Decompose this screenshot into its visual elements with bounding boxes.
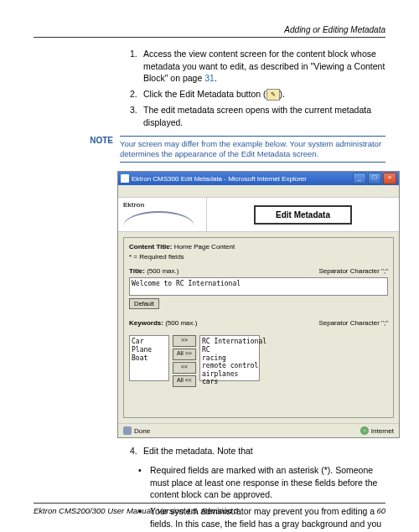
default-button[interactable]: Default: [129, 298, 159, 309]
move-buttons: >> All >> << All <<: [173, 335, 196, 387]
separator-label-2: Separator Character ";": [318, 319, 388, 327]
window-buttons: _ □ ×: [353, 173, 396, 184]
note-label: NOTE: [34, 136, 120, 145]
title-input[interactable]: Welcome to RC International: [129, 277, 388, 296]
bullet-text: Required fields are marked with an aster…: [150, 464, 385, 501]
browser-toolbar: [118, 185, 399, 198]
logo-text: Ektron: [123, 201, 144, 209]
logo-swoosh-icon: [123, 211, 194, 226]
internet-zone-icon: [360, 426, 369, 435]
move-right-button[interactable]: >>: [173, 335, 196, 347]
step-text: Click the Edit Metadata button (✎).: [143, 88, 385, 101]
page-footer: Ektron CMS200/300 User Manual, Version 4…: [34, 503, 385, 515]
page-title: Edit Metadata: [254, 205, 352, 225]
bullet-mark-icon: •: [138, 464, 150, 501]
step-number: 2.: [130, 88, 143, 101]
status-left: Done: [123, 426, 150, 435]
page-link[interactable]: 31: [204, 73, 215, 83]
window-titlebar: Ektron CMS300 Edit Metadata - Microsoft …: [118, 172, 399, 185]
spacer: [129, 387, 388, 412]
bullet-item: • Required fields are marked with an ast…: [138, 464, 385, 501]
step-text: Access the view content screen for the c…: [143, 48, 385, 85]
window-title: Ektron CMS300 Edit Metadata - Microsoft …: [121, 174, 307, 183]
app-header: Ektron Edit Metadata: [118, 198, 399, 232]
bullet-list: • Required fields are marked with an ast…: [34, 464, 385, 532]
status-right: Internet: [360, 426, 394, 435]
step-4-row: 4. Edit the metadata. Note that: [34, 445, 385, 457]
status-done: Done: [134, 427, 150, 435]
separator-label: Separator Character ";": [318, 267, 388, 275]
selected-listbox[interactable]: RC International RC racing remote contro…: [199, 335, 260, 381]
move-left-button[interactable]: <<: [173, 362, 196, 374]
close-button[interactable]: ×: [383, 173, 396, 184]
step-text-a: Access the view content screen for the c…: [143, 49, 385, 83]
step-text: The edit metadata screen opens with the …: [143, 104, 385, 128]
title-text: Ektron CMS300 Edit Metadata - Microsoft …: [132, 175, 307, 183]
step-number: 1.: [130, 48, 143, 85]
step-3: 3. The edit metadata screen opens with t…: [130, 104, 385, 128]
step-4: 4. Edit the metadata. Note that: [130, 445, 385, 457]
required-note: * = Required fields: [129, 253, 388, 261]
keywords-picker: Car Plane Boat >> All >> << All << RC In…: [129, 335, 388, 387]
page-icon: [123, 426, 132, 435]
step-1: 1. Access the view content screen for th…: [130, 48, 385, 85]
step-text-b: ).: [280, 89, 285, 99]
edit-metadata-icon: ✎: [266, 89, 280, 101]
step-2: 2. Click the Edit Metadata button (✎).: [130, 88, 385, 101]
keywords-field-row: Keywords: (500 max.) Separator Character…: [129, 319, 388, 327]
content-panel: Content Title: Home Page Content * = Req…: [123, 237, 394, 418]
step-text-a: Click the Edit Metadata button (: [143, 89, 266, 99]
available-listbox[interactable]: Car Plane Boat: [129, 335, 169, 381]
minimize-button[interactable]: _: [353, 173, 366, 184]
step-number: 4.: [130, 445, 143, 457]
document-page: Adding or Editing Metadata 1. Access the…: [0, 0, 419, 532]
content-title-value: Home Page Content: [174, 243, 235, 251]
section-header: Adding or Editing Metadata: [34, 25, 385, 38]
move-all-left-button[interactable]: All <<: [173, 375, 196, 387]
note-text: Your screen may differ from the example …: [120, 136, 385, 163]
title-label: Title:: [129, 267, 145, 275]
app-body: Content Title: Home Page Content * = Req…: [118, 232, 399, 423]
footer-left: Ektron CMS200/300 User Manual, Version 4…: [34, 506, 239, 515]
browser-screenshot: Ektron CMS300 Edit Metadata - Microsoft …: [117, 171, 400, 438]
title-max: (500 max.): [147, 267, 178, 275]
keywords-max: (500 max.): [165, 319, 197, 327]
note-block: NOTE Your screen may differ from the exa…: [34, 136, 385, 163]
browser-statusbar: Done Internet: [118, 423, 399, 437]
step-number: 3.: [130, 104, 143, 128]
numbered-steps: 1. Access the view content screen for th…: [34, 48, 385, 129]
footer-page-number: 60: [376, 506, 385, 515]
maximize-button[interactable]: □: [368, 173, 381, 184]
step-text-b: .: [215, 73, 217, 83]
page-title-wrap: Edit Metadata: [207, 205, 399, 225]
content-title-row: Content Title: Home Page Content: [129, 243, 388, 251]
keywords-label: Keywords:: [129, 319, 163, 327]
logo-area: Ektron: [118, 198, 207, 231]
move-all-right-button[interactable]: All >>: [173, 349, 196, 360]
status-zone: Internet: [371, 427, 394, 435]
step-text: Edit the metadata. Note that: [143, 445, 385, 457]
title-field-row: Title: (500 max.) Separator Character ";…: [129, 267, 388, 275]
ie-icon: [121, 174, 129, 183]
content-title-label: Content Title:: [129, 243, 172, 251]
